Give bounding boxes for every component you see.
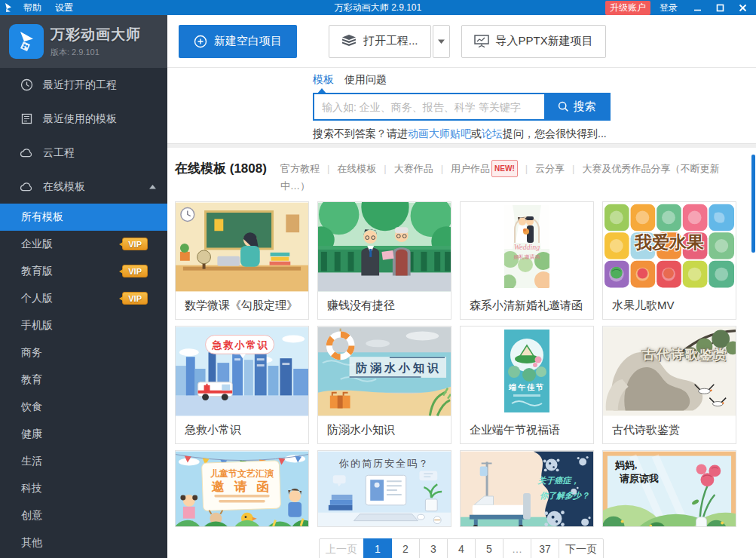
sidebar-item-label: 创意 <box>21 509 42 523</box>
sidebar-item-label: 最近打开的工程 <box>43 78 117 92</box>
cloud-icon <box>20 180 33 194</box>
help-text: 搜索不到答案？请进 <box>313 127 408 140</box>
sidebar-item-technology[interactable]: 科技 <box>0 475 167 502</box>
collapse-arrow-icon[interactable] <box>149 185 156 189</box>
page-button-37[interactable]: 37 <box>531 538 559 558</box>
template-card[interactable]: 古代诗歌鉴赏 古代诗歌鉴赏 <box>602 326 736 444</box>
sidebar-item-education[interactable]: 教育 <box>0 366 167 394</box>
template-card[interactable]: 防溺水小知识 防溺水小知识 <box>317 326 451 444</box>
sidebar-item-label: 饮食 <box>21 400 42 414</box>
template-card[interactable]: 端午佳节 企业端午节祝福语 <box>460 326 594 444</box>
page-button-3[interactable]: 3 <box>419 538 448 558</box>
tab-template-search[interactable]: 模板 <box>313 73 334 87</box>
open-project-button[interactable]: 打开工程... <box>329 25 431 58</box>
tab-usage-questions[interactable]: 使用问题 <box>344 73 387 87</box>
search-input[interactable] <box>314 94 544 119</box>
menu-settings[interactable]: 设置 <box>48 2 80 14</box>
link-label: 用户作品 <box>451 163 490 174</box>
sidebar-item-business[interactable]: 商务 <box>0 339 167 366</box>
button-label: 导入PPTX新建项目 <box>496 34 593 48</box>
thumb-overlay-text: 关于癌症， <box>527 475 590 486</box>
sidebar-item-label: 商务 <box>21 346 42 360</box>
link-cloud-share[interactable]: 云分享 <box>518 163 565 174</box>
app-name: 万彩动画大师 <box>51 25 141 44</box>
new-blank-project-button[interactable]: 新建空白项目 <box>179 25 297 58</box>
thumb-overlay-text: 防溺水小知识 <box>350 361 448 376</box>
sidebar-item-recent-templates[interactable]: 最近使用的模板 <box>0 102 167 136</box>
pagination: 上一页 1 2 3 4 5 … 37 下一页 <box>167 538 756 558</box>
template-title: 数学微课《勾股定理》 <box>176 292 308 319</box>
link-online-templates[interactable]: 在线模板 <box>320 163 376 174</box>
template-card[interactable]: 赚钱没有捷径 <box>317 201 451 320</box>
minimize-icon[interactable] <box>687 0 708 15</box>
close-icon[interactable] <box>732 0 753 15</box>
tieba-link[interactable]: 动画大师贴吧 <box>408 127 471 140</box>
login-button[interactable]: 登录 <box>652 2 685 14</box>
open-project-dropdown[interactable] <box>433 25 450 58</box>
link-contest-works[interactable]: 大赛作品 <box>376 163 433 174</box>
template-card[interactable]: 儿童节文艺汇演 邀 请 函 <box>175 450 309 527</box>
template-title: 森系小清新婚礼邀请函 <box>461 292 593 319</box>
template-card[interactable]: 妈妈, 请原谅我 <box>602 450 736 527</box>
sidebar-item-education-ed[interactable]: 教育版VIP <box>0 258 167 285</box>
forum-link[interactable]: 论坛 <box>482 127 503 140</box>
template-card[interactable]: Wedding 婚礼邀请函 森系小清新婚礼邀请函 <box>460 201 594 320</box>
thumb-overlay-text: 古代诗歌鉴赏 <box>642 346 728 363</box>
page-button-2[interactable]: 2 <box>391 538 420 558</box>
sidebar-item-all-templates[interactable]: 所有模板 <box>0 204 167 231</box>
page-button-4[interactable]: 4 <box>447 538 476 558</box>
search-icon <box>558 101 569 112</box>
template-card[interactable]: 我爱水果 水果儿歌MV <box>602 201 736 320</box>
vertical-scrollbar-thumb[interactable] <box>751 155 755 253</box>
thumb-overlay-text: 急救小常识 <box>206 339 275 352</box>
maximize-icon[interactable] <box>709 0 730 15</box>
sidebar-item-cloud-projects[interactable]: 云工程 <box>0 136 167 170</box>
sidebar-item-enterprise[interactable]: 企业版VIP <box>0 231 167 258</box>
thumb-overlay-text: 请原谅我 <box>620 472 659 486</box>
sidebar-item-label: 云工程 <box>43 146 75 160</box>
sidebar-item-recent-projects[interactable]: 最近打开的工程 <box>0 68 167 102</box>
sidebar-item-health[interactable]: 健康 <box>0 421 167 448</box>
sidebar-item-label: 个人版 <box>21 292 53 305</box>
sidebar-item-food[interactable]: 饮食 <box>0 394 167 421</box>
template-thumbnail <box>318 202 451 292</box>
online-templates-heading: 在线模板 (1808) <box>175 161 267 177</box>
link-user-works[interactable]: 用户作品NEW! <box>433 163 518 174</box>
sidebar-item-online-templates[interactable]: 在线模板 <box>0 170 167 204</box>
sidebar-item-creative[interactable]: 创意 <box>0 502 167 529</box>
thumb-overlay-text: 你了解多少？ <box>533 490 593 501</box>
sidebar-item-other[interactable]: 其他 <box>0 529 167 556</box>
link-label: 大赛作品 <box>394 163 433 174</box>
template-card[interactable]: 你的简历安全吗？ <box>317 450 451 527</box>
template-thumbnail: 关于癌症， 你了解多少？ <box>461 451 593 526</box>
content-area: 在线模板 (1808) 官方教程在线模板大赛作品用户作品NEW!云分享大赛及优秀… <box>167 148 756 558</box>
page-button-5[interactable]: 5 <box>475 538 503 558</box>
prev-page-button[interactable]: 上一页 <box>319 538 364 558</box>
sidebar-item-label: 手机版 <box>21 319 53 333</box>
button-label: 打开工程... <box>363 34 418 48</box>
sidebar-item-mobile[interactable]: 手机版 <box>0 312 167 339</box>
page-button-1[interactable]: 1 <box>363 538 392 558</box>
thumb-overlay-text: 婚礼邀请函 <box>504 253 549 261</box>
sidebar-item-label: 其他 <box>21 536 42 550</box>
titlebar: 帮助 设置 万彩动画大师 2.9.101 升级账户 登录 <box>0 0 756 15</box>
next-page-button[interactable]: 下一页 <box>559 538 604 558</box>
template-card[interactable]: 急救小常识 急救小常识 <box>175 326 309 444</box>
import-pptx-button[interactable]: 导入PPTX新建项目 <box>461 25 606 58</box>
template-thumbnail: 妈妈, 请原谅我 <box>603 451 736 526</box>
link-official-tutorial[interactable]: 官方教程 <box>280 163 320 174</box>
menu-help[interactable]: 帮助 <box>17 2 48 14</box>
sidebar-item-personal[interactable]: 个人版VIP <box>0 285 167 312</box>
template-title: 急救小常识 <box>176 416 308 443</box>
thumb-overlay-text: 你的简历安全吗？ <box>318 457 451 471</box>
template-thumbnail: 防溺水小知识 <box>318 327 451 416</box>
template-thumbnail: 我爱水果 <box>603 202 736 292</box>
template-card[interactable]: 关于癌症， 你了解多少？ <box>460 450 594 527</box>
upgrade-account-button[interactable]: 升级账户 <box>605 1 650 15</box>
thumb-overlay-text: 我爱水果 <box>603 231 736 254</box>
sidebar: 万彩动画大师 版本: 2.9.101 最近打开的工程 最近使用的模板 云工程 在… <box>0 15 167 558</box>
template-card[interactable]: 数学微课《勾股定理》 <box>175 201 309 320</box>
main-area: 新建空白项目 打开工程... 导入PPTX新建项目 模板 使用问题 搜索 <box>167 15 756 558</box>
search-button[interactable]: 搜索 <box>544 94 609 119</box>
sidebar-item-life[interactable]: 生活 <box>0 448 167 475</box>
